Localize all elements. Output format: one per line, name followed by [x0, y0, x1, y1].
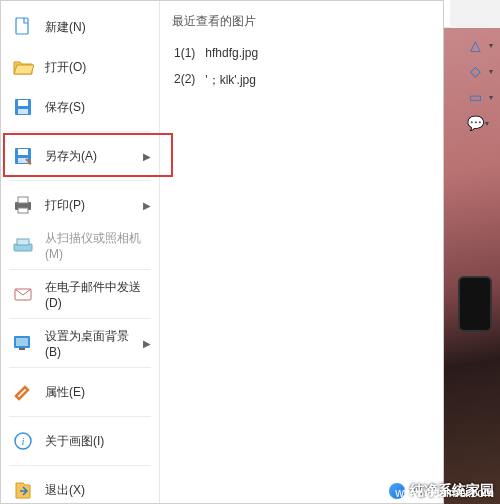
recent-file-name: hfhdfg.jpg [205, 46, 258, 60]
menu-item-set-wallpaper[interactable]: 设置为桌面背景(B) ▶ [1, 323, 159, 363]
menu-item-label: 新建(N) [45, 19, 151, 36]
recent-file-item[interactable]: 2(2) '；klk'.jpg [168, 66, 435, 95]
recent-file-index: 1(1) [174, 46, 195, 60]
print-icon [11, 193, 35, 217]
menu-separator [9, 465, 151, 466]
svg-text:i: i [21, 435, 24, 447]
email-icon [11, 282, 35, 306]
submenu-arrow-icon: ▶ [143, 200, 151, 211]
properties-icon [11, 380, 35, 404]
menu-item-send-email[interactable]: 在电子邮件中发送(D) [1, 274, 159, 314]
menu-item-label: 打印(P) [45, 197, 143, 214]
callout-shape-icon[interactable]: 💬▾ [465, 116, 485, 130]
menu-item-label: 在电子邮件中发送(D) [45, 279, 151, 310]
svg-rect-15 [19, 348, 25, 350]
menu-item-print[interactable]: 打印(P) ▶ [1, 185, 159, 225]
menu-separator [9, 416, 151, 417]
svg-rect-14 [16, 338, 28, 346]
triangle-shape-icon[interactable]: △▾ [465, 38, 485, 52]
recent-file-index: 2(2) [174, 72, 195, 89]
menu-separator [9, 131, 151, 132]
menu-item-label: 属性(E) [45, 384, 151, 401]
submenu-arrow-icon: ▶ [143, 151, 151, 162]
menu-separator [9, 367, 151, 368]
wallpaper-icon [11, 331, 35, 355]
watermark-url: www.yidaimei.com [395, 486, 494, 500]
submenu-arrow-icon: ▶ [143, 338, 151, 349]
svg-rect-9 [18, 208, 28, 213]
file-menu-items: 新建(N) 打开(O) 保存(S) 另存为(A) ▶ [1, 1, 159, 503]
scanner-icon [11, 233, 35, 257]
recent-files-panel: 最近查看的图片 1(1) hfhdfg.jpg 2(2) '；klk'.jpg [159, 1, 443, 503]
menu-item-properties[interactable]: 属性(E) [1, 372, 159, 412]
shape-tools-panel: △▾ ◇▾ ▭▾ 💬▾ [450, 30, 500, 138]
recent-file-item[interactable]: 1(1) hfhdfg.jpg [168, 40, 435, 66]
menu-item-label: 另存为(A) [45, 148, 143, 165]
menu-item-exit[interactable]: 退出(X) [1, 470, 159, 504]
save-icon [11, 95, 35, 119]
svg-rect-11 [17, 239, 29, 245]
menu-separator [9, 318, 151, 319]
menu-item-save-as[interactable]: 另存为(A) ▶ [1, 136, 159, 176]
new-file-icon [11, 15, 35, 39]
menu-item-save[interactable]: 保存(S) [1, 87, 159, 127]
menu-item-label: 从扫描仪或照相机(M) [45, 230, 151, 261]
menu-item-label: 打开(O) [45, 59, 151, 76]
menu-item-new[interactable]: 新建(N) [1, 7, 159, 47]
open-folder-icon [11, 55, 35, 79]
diamond-shape-icon[interactable]: ◇▾ [465, 64, 485, 78]
file-menu-dropdown: 新建(N) 打开(O) 保存(S) 另存为(A) ▶ [0, 0, 444, 504]
rounded-rect-shape-icon[interactable]: ▭▾ [465, 90, 485, 104]
svg-rect-0 [16, 18, 28, 34]
menu-separator [9, 269, 151, 270]
menu-item-label: 设置为桌面背景(B) [45, 328, 143, 359]
menu-separator [9, 180, 151, 181]
svg-rect-8 [18, 197, 28, 203]
svg-rect-5 [18, 149, 28, 155]
about-icon: i [11, 429, 35, 453]
svg-rect-3 [18, 109, 28, 114]
menu-item-label: 保存(S) [45, 99, 151, 116]
svg-rect-2 [18, 100, 28, 106]
menu-item-label: 退出(X) [45, 482, 151, 499]
recent-files-title: 最近查看的图片 [168, 11, 435, 40]
menu-item-label: 关于画图(I) [45, 433, 151, 450]
menu-item-about[interactable]: i 关于画图(I) [1, 421, 159, 461]
menu-item-scanner[interactable]: 从扫描仪或照相机(M) [1, 225, 159, 265]
save-as-icon [11, 144, 35, 168]
menu-item-open[interactable]: 打开(O) [1, 47, 159, 87]
recent-file-name: '；klk'.jpg [205, 72, 256, 89]
exit-icon [11, 478, 35, 502]
